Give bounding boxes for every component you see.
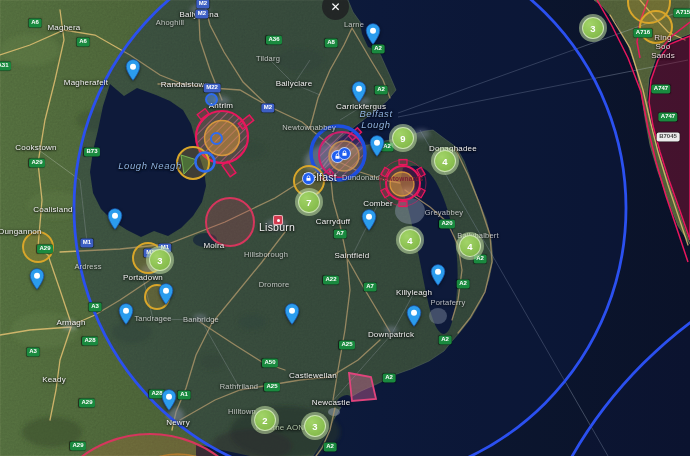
- map-pin[interactable]: [125, 59, 141, 81]
- ballykinler-range-zone[interactable]: [349, 373, 376, 401]
- map-pin[interactable]: [107, 208, 123, 230]
- cluster-count: 4: [459, 235, 481, 257]
- cluster-marker-3[interactable]: 3: [579, 14, 607, 42]
- small-dot-marker[interactable]: [205, 93, 218, 106]
- cluster-count: 3: [304, 415, 326, 437]
- hazard-circle-scotland-2[interactable]: [640, 11, 672, 43]
- cluster-marker-3[interactable]: 3: [301, 412, 329, 440]
- map-pin[interactable]: [365, 23, 381, 45]
- map-pin[interactable]: [29, 268, 45, 290]
- map-pin[interactable]: [369, 135, 385, 157]
- map-pin[interactable]: [158, 283, 174, 305]
- maze-long-kesh-zone[interactable]: [206, 198, 254, 246]
- map-pin[interactable]: [284, 303, 300, 325]
- drone-flight-map[interactable]: MagheraMagherafeltCookstownBallymenaAhog…: [0, 0, 690, 456]
- cluster-marker-4[interactable]: 4: [456, 232, 484, 260]
- cluster-marker-7[interactable]: 7: [295, 188, 323, 216]
- small-ring-marker[interactable]: [210, 132, 223, 145]
- cluster-count: 3: [582, 17, 604, 39]
- poi-marker-red[interactable]: [273, 215, 283, 225]
- newtownards-aerodrome-zone[interactable]: [380, 160, 426, 207]
- cluster-marker-9[interactable]: 9: [389, 124, 417, 152]
- cluster-count: 4: [399, 229, 421, 251]
- cluster-count: 4: [434, 150, 456, 172]
- cluster-marker-2[interactable]: 2: [251, 406, 279, 434]
- map-pin[interactable]: [161, 389, 177, 411]
- cluster-count: 9: [392, 127, 414, 149]
- no-fly-lock-icon[interactable]: [302, 172, 315, 185]
- cluster-count: 3: [149, 249, 171, 271]
- cluster-marker-4[interactable]: 4: [431, 147, 459, 175]
- map-pin[interactable]: [361, 209, 377, 231]
- cluster-count: 7: [298, 191, 320, 213]
- satellite-basemap[interactable]: [0, 0, 690, 456]
- map-pin[interactable]: [430, 264, 446, 286]
- cluster-count: 2: [254, 409, 276, 431]
- dungannon-hazard-circle[interactable]: [23, 232, 53, 262]
- map-pin[interactable]: [118, 303, 134, 325]
- cluster-marker-4[interactable]: 4: [396, 226, 424, 254]
- cluster-marker-3[interactable]: 3: [146, 246, 174, 274]
- map-pin[interactable]: [406, 305, 422, 327]
- no-fly-lock-icon[interactable]: [338, 147, 351, 160]
- map-pin[interactable]: [351, 81, 367, 103]
